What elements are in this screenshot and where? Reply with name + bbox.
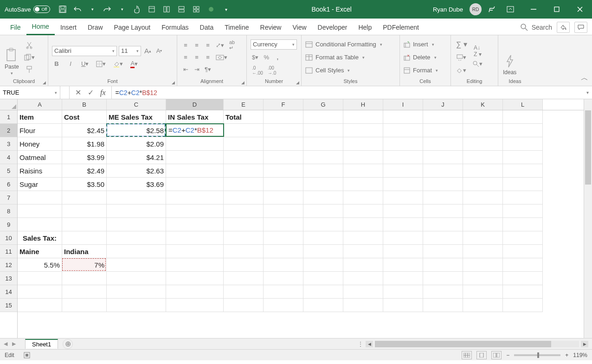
cell-K1[interactable] — [463, 110, 503, 124]
cell-L2[interactable] — [503, 124, 543, 137]
autosum-icon[interactable]: ∑ ▾ — [455, 39, 469, 50]
cell-I6[interactable] — [383, 178, 423, 191]
cell-G10[interactable] — [303, 231, 343, 245]
cell-D10[interactable] — [166, 231, 224, 245]
cell-J12[interactable] — [423, 258, 463, 272]
cell-D3[interactable] — [166, 137, 224, 151]
cell-H2[interactable] — [343, 124, 383, 137]
cell-K13[interactable] — [463, 272, 503, 285]
select-all-button[interactable] — [0, 99, 17, 110]
cell-F12[interactable] — [264, 258, 303, 272]
decrease-font-icon[interactable]: A▾ — [154, 46, 164, 56]
cell-J1[interactable] — [423, 110, 463, 124]
cell-H13[interactable] — [343, 272, 383, 285]
cell-I2[interactable] — [383, 124, 423, 137]
page-break-view-icon[interactable] — [491, 351, 502, 359]
cell-G12[interactable] — [303, 258, 343, 272]
align-right-icon[interactable]: ≡ — [203, 52, 212, 63]
col-header-C[interactable]: C — [107, 99, 166, 110]
cell-L15[interactable] — [503, 299, 543, 312]
find-select-icon[interactable]: ▾ — [471, 59, 484, 69]
cell-B7[interactable] — [62, 191, 107, 204]
cell-A12[interactable]: 5.5% — [18, 258, 62, 272]
cell-C7[interactable] — [107, 191, 166, 204]
enter-icon[interactable]: ✓ — [88, 88, 94, 97]
cell-J10[interactable] — [423, 231, 463, 245]
minimize-icon[interactable] — [525, 3, 542, 16]
prev-sheet-icon[interactable]: ◀ — [4, 341, 7, 347]
name-box[interactable]: ▾ — [0, 86, 60, 99]
cut-icon[interactable] — [23, 40, 36, 51]
cell-G2[interactable] — [303, 124, 343, 137]
font-size-combo[interactable]: 11▾ — [119, 46, 141, 56]
cell-C1[interactable]: ME Sales Tax — [107, 110, 166, 124]
maximize-icon[interactable] — [548, 3, 565, 16]
zoom-out-icon[interactable]: − — [506, 352, 509, 358]
normal-view-icon[interactable] — [462, 351, 472, 359]
cell-A6[interactable]: Sugar — [18, 178, 62, 191]
col-header-D[interactable]: D — [166, 99, 224, 110]
cell-F3[interactable] — [264, 137, 303, 151]
increase-font-icon[interactable]: A▴ — [143, 46, 153, 56]
cell-J8[interactable] — [423, 204, 463, 218]
cell-J15[interactable] — [423, 299, 463, 312]
cell-H9[interactable] — [343, 218, 383, 231]
cell-E9[interactable] — [224, 218, 264, 231]
cell-C5[interactable]: $2.63 — [107, 164, 166, 178]
cell-A14[interactable] — [18, 285, 62, 299]
cell-E14[interactable] — [224, 285, 264, 299]
cell-B11[interactable]: Indiana — [62, 245, 107, 258]
page-layout-view-icon[interactable] — [476, 351, 487, 359]
row-header-8[interactable]: 8 — [0, 204, 17, 218]
cell-A11[interactable]: Maine — [18, 245, 62, 258]
cell-L8[interactable] — [503, 204, 543, 218]
launcher-icon[interactable]: ◢ — [296, 80, 299, 85]
font-name-combo[interactable]: Calibri▾ — [52, 46, 117, 56]
cell-A2[interactable]: Flour — [18, 124, 62, 137]
cell-A7[interactable] — [18, 191, 62, 204]
scroll-left-icon[interactable]: ◀ — [366, 341, 373, 347]
tab-data[interactable]: Data — [194, 21, 219, 35]
dropdown-icon[interactable]: ▾ — [118, 5, 126, 13]
cell-L13[interactable] — [503, 272, 543, 285]
sort-filter-icon[interactable]: A↓Z ▾ — [471, 46, 484, 56]
merge-icon[interactable]: ▾ — [214, 52, 229, 63]
search-input[interactable]: Search — [521, 24, 552, 31]
cell-E10[interactable] — [224, 231, 264, 245]
cell-J4[interactable] — [423, 151, 463, 164]
qat-icon[interactable] — [148, 5, 156, 13]
qat-icon[interactable] — [192, 5, 200, 13]
cell-I15[interactable] — [383, 299, 423, 312]
scroll-right-icon[interactable]: ▶ — [581, 341, 588, 347]
row-header-2[interactable]: 2 — [0, 124, 17, 137]
cell-E1[interactable]: Total — [224, 110, 264, 124]
cell-L6[interactable] — [503, 178, 543, 191]
cell-K11[interactable] — [463, 245, 503, 258]
paste-button[interactable]: Paste ▾ — [4, 37, 20, 77]
horizontal-scrollbar[interactable] — [375, 341, 579, 347]
cell-B14[interactable] — [62, 285, 107, 299]
col-header-F[interactable]: F — [264, 99, 303, 110]
cell-L9[interactable] — [503, 218, 543, 231]
cell-I8[interactable] — [383, 204, 423, 218]
cell-E15[interactable] — [224, 299, 264, 312]
qat-icon[interactable] — [177, 5, 186, 13]
cell-F1[interactable] — [264, 110, 303, 124]
tab-draw[interactable]: Draw — [82, 21, 109, 35]
cell-K10[interactable] — [463, 231, 503, 245]
cell-L10[interactable] — [503, 231, 543, 245]
cell-I5[interactable] — [383, 164, 423, 178]
cell-D4[interactable] — [166, 151, 224, 164]
cell-A5[interactable]: Raisins — [18, 164, 62, 178]
close-icon[interactable] — [572, 3, 588, 16]
col-header-I[interactable]: I — [383, 99, 423, 110]
cell-L3[interactable] — [503, 137, 543, 151]
cell-D6[interactable] — [166, 178, 224, 191]
cell-G6[interactable] — [303, 178, 343, 191]
macro-record-icon[interactable] — [24, 352, 30, 358]
ideas-button[interactable]: Ideas — [502, 37, 517, 77]
row-header-4[interactable]: 4 — [0, 151, 17, 164]
ribbon-display-icon[interactable] — [502, 3, 519, 16]
tab-formulas[interactable]: Formulas — [156, 21, 194, 35]
launcher-icon[interactable]: ◢ — [241, 80, 245, 85]
